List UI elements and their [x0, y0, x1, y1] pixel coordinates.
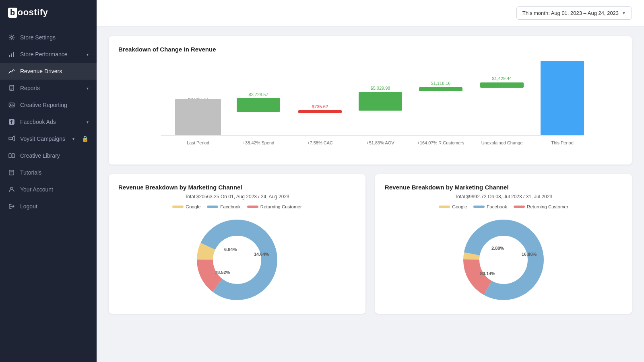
svg-text:16.98%: 16.98%: [522, 252, 537, 257]
svg-text:14.64%: 14.64%: [254, 252, 269, 257]
waterfall-card: Breakdown of Change in Revenue $9,992.72…: [109, 36, 632, 165]
sidebar-item-label: Facebook Ads: [20, 119, 56, 125]
svg-text:$1,429.44: $1,429.44: [492, 76, 512, 81]
legend-google-prev: Google: [439, 204, 467, 209]
svg-text:$735.62: $735.62: [312, 104, 328, 109]
waterfall-bar-0: [175, 99, 221, 135]
legend-facebook-label: Facebook: [220, 204, 241, 209]
sidebar-item-label: Store Settings: [20, 34, 56, 41]
svg-point-0: [11, 37, 13, 39]
donut-card-current: Revenue Breakdown by Marketing Channel T…: [109, 174, 365, 314]
date-range-label: This month: Aug 01, 2023 – Aug 24, 2023: [522, 10, 619, 16]
chart-line-icon: [8, 68, 15, 75]
legend-google-color: [172, 206, 184, 208]
legend-returning-label-prev: Returning Customer: [527, 204, 568, 209]
svg-marker-12: [12, 136, 14, 141]
book-icon: [8, 169, 15, 176]
image-icon: [8, 101, 15, 109]
chevron-down-icon: ▾: [87, 120, 89, 124]
svg-rect-14: [12, 154, 14, 158]
svg-text:+7.58% CAC: +7.58% CAC: [307, 140, 333, 145]
svg-text:+51.83% AOV: +51.83% AOV: [366, 140, 394, 145]
legend-returning-color: [247, 206, 258, 208]
logo-letter: b: [8, 8, 17, 18]
sidebar-item-revenue-drivers[interactable]: Revenue Drivers: [0, 63, 97, 80]
waterfall-bar-6: [541, 61, 584, 135]
sidebar-item-tutorials[interactable]: Tutorials: [0, 164, 97, 181]
legend-facebook-color: [207, 206, 218, 208]
donut-card-previous: Revenue Breakdown by Marketing Channel T…: [375, 174, 632, 314]
main-content: This month: Aug 01, 2023 – Aug 24, 2023 …: [97, 0, 644, 362]
chevron-down-icon: ▾: [87, 86, 89, 90]
waterfall-bar-4: [419, 87, 462, 91]
sidebar-item-your-account[interactable]: Your Account: [0, 181, 97, 198]
legend-facebook-label-prev: Facebook: [487, 204, 507, 209]
sidebar-item-label: Tutorials: [20, 169, 41, 176]
sidebar-item-store-performance[interactable]: Store Performance ▾: [0, 46, 97, 63]
svg-text:$1,118.16: $1,118.16: [431, 81, 451, 86]
svg-rect-11: [9, 137, 12, 140]
chevron-down-icon: ▾: [72, 137, 74, 141]
dropdown-arrow-icon: ▼: [622, 11, 626, 15]
campaigns-icon: [8, 135, 15, 142]
sidebar-item-creative-reporting[interactable]: Creative Reporting: [0, 97, 97, 113]
legend-google-label: Google: [186, 204, 200, 209]
sidebar-item-voysit-campaigns[interactable]: Voysit Campaigns ▾ 🔒: [0, 130, 97, 147]
svg-rect-13: [9, 154, 11, 158]
svg-point-9: [10, 104, 11, 105]
legend-returning-label: Returning Customer: [260, 204, 302, 209]
waterfall-bar-2: [298, 110, 342, 113]
donut-previous-chart: 2.88% 80.14% 16.98%: [385, 216, 622, 304]
svg-text:80.14%: 80.14%: [480, 271, 495, 276]
legend-returning: Returning Customer: [247, 204, 302, 209]
svg-text:78.52%: 78.52%: [215, 270, 230, 275]
waterfall-title: Breakdown of Change in Revenue: [118, 46, 622, 53]
legend-google: Google: [172, 204, 200, 209]
legend-returning-prev: Returning Customer: [514, 204, 568, 209]
waterfall-chart: $9,992.72 Last Period $3,728.57 +38.42% …: [118, 61, 622, 155]
svg-text:This Period: This Period: [551, 140, 574, 145]
svg-text:+164.07% R.Customers: +164.07% R.Customers: [417, 140, 464, 145]
sidebar-item-creative-library[interactable]: Creative Library: [0, 147, 97, 164]
sidebar-item-label: Reports: [20, 85, 40, 91]
legend-google-label-prev: Google: [452, 204, 467, 209]
svg-point-17: [10, 187, 13, 190]
topbar: This month: Aug 01, 2023 – Aug 24, 2023 …: [97, 0, 644, 27]
svg-rect-3: [13, 52, 14, 57]
sidebar-item-logout[interactable]: Logout: [0, 198, 97, 215]
sidebar-item-label: Creative Library: [20, 152, 60, 159]
donut-current-subtitle: Total $20563.25 On 01, Aug 2023 / 24, Au…: [118, 194, 356, 200]
donut-svg-current: 6.84% 78.52% 14.64%: [193, 216, 281, 304]
date-range-picker[interactable]: This month: Aug 01, 2023 – Aug 24, 2023 …: [516, 6, 632, 20]
donut-current-legend: Google Facebook Returning Customer: [118, 204, 356, 209]
donut-svg-previous: 2.88% 80.14% 16.98%: [459, 216, 548, 304]
chevron-down-icon: ▾: [87, 52, 89, 57]
gear-icon: [8, 34, 15, 41]
legend-google-color-prev: [439, 206, 450, 208]
legend-returning-color-prev: [514, 206, 525, 208]
donut-current-title: Revenue Breakdown by Marketing Channel: [118, 184, 356, 191]
svg-text:2.88%: 2.88%: [491, 246, 504, 251]
waterfall-bar-3: [359, 92, 402, 111]
sidebar-item-label: Your Account: [20, 186, 53, 193]
legend-facebook-color-prev: [473, 206, 485, 208]
legend-facebook-prev: Facebook: [473, 204, 507, 209]
sidebar-item-store-settings[interactable]: Store Settings: [0, 29, 97, 46]
svg-rect-8: [9, 103, 14, 107]
sidebar-item-facebook-ads[interactable]: Facebook Ads ▾: [0, 113, 97, 130]
donut-charts-row: Revenue Breakdown by Marketing Channel T…: [109, 174, 632, 314]
facebook-icon: [8, 118, 15, 125]
svg-text:6.84%: 6.84%: [224, 247, 237, 252]
sidebar-item-label: Creative Reporting: [20, 102, 67, 108]
svg-text:+38.42% Spend: +38.42% Spend: [243, 140, 275, 145]
sidebar-item-reports[interactable]: Reports ▾: [0, 80, 97, 97]
sidebar-nav: Store Settings Store Performance ▾ Reven…: [0, 25, 97, 362]
svg-text:$3,728.57: $3,728.57: [249, 92, 268, 97]
logout-icon: [8, 203, 15, 210]
svg-rect-1: [9, 55, 10, 57]
waterfall-svg: $9,992.72 Last Period $3,728.57 +38.42% …: [118, 61, 622, 153]
sidebar-item-label: Store Performance: [20, 51, 68, 58]
donut-previous-legend: Google Facebook Returning Customer: [385, 204, 622, 209]
svg-text:Unexplained Change: Unexplained Change: [481, 140, 523, 145]
logo: boostify: [0, 0, 97, 25]
